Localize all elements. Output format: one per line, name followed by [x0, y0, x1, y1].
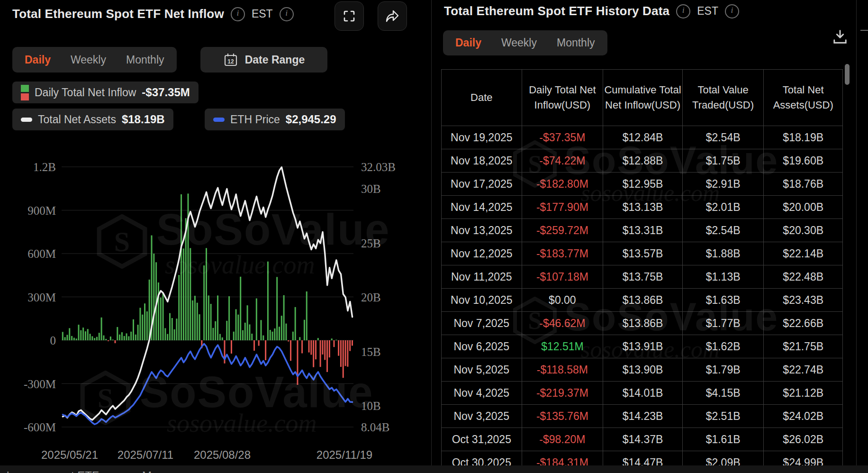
- col-header-net-assets: Total Net Assets(USD): [764, 70, 842, 126]
- cell-date: Nov 10,2025: [442, 289, 522, 311]
- cell-date: Nov 6,2025: [442, 335, 522, 358]
- cell-daily-inflow: -$219.37M: [522, 382, 604, 404]
- svg-text:300M: 300M: [27, 291, 56, 304]
- cell-cumulative-inflow: $13.86B: [603, 312, 683, 335]
- col-header-cumulative-inflow: Cumulative Total Net Inflow(USD): [603, 70, 683, 126]
- footer-fragment: t ETF: [71, 469, 99, 473]
- cell-daily-inflow: -$74.22M: [522, 149, 604, 172]
- cell-daily-inflow: -$135.76M: [522, 405, 604, 428]
- svg-text:2025/07/11: 2025/07/11: [118, 448, 173, 461]
- download-icon: [831, 27, 850, 46]
- timezone-info-icon[interactable]: i: [725, 4, 739, 18]
- table-row[interactable]: Nov 5,2025-$118.58M$13.90B$1.79B$22.74B: [442, 358, 842, 382]
- cell-value-traded: $2.01B: [683, 196, 764, 218]
- tab-monthly[interactable]: Monthly: [557, 36, 595, 49]
- cell-net-assets: $26.02B: [764, 428, 842, 451]
- cell-cumulative-inflow: $13.90B: [603, 358, 683, 381]
- svg-text:2025/08/28: 2025/08/28: [194, 448, 251, 461]
- cell-value-traded: $2.51B: [683, 405, 764, 428]
- table-row[interactable]: Nov 12,2025-$183.77M$13.57B$1.88B$22.14B: [442, 242, 842, 265]
- cell-value-traded: $2.54B: [683, 219, 764, 242]
- cell-daily-inflow: -$182.80M: [522, 173, 604, 195]
- table-row[interactable]: Nov 17,2025-$182.80M$12.95B$2.91B$18.76B: [442, 173, 842, 196]
- table-body: Nov 19,2025-$37.35M$12.84B$2.54B$18.19BN…: [442, 126, 842, 473]
- svg-text:25B: 25B: [361, 237, 381, 250]
- table-row[interactable]: Nov 10,2025$0.00$13.86B$1.63B$23.43B: [442, 289, 842, 312]
- svg-text:900M: 900M: [27, 204, 56, 217]
- footer-fragment: M: [142, 469, 152, 473]
- tab-weekly[interactable]: Weekly: [501, 36, 537, 49]
- cell-cumulative-inflow: $13.91B: [603, 335, 683, 358]
- cell-date: Nov 17,2025: [442, 173, 522, 195]
- col-header-value-traded: Total Value Traded(USD): [683, 70, 764, 126]
- cell-cumulative-inflow: $13.75B: [603, 265, 683, 288]
- svg-text:0: 0: [50, 334, 56, 347]
- cell-date: Nov 14,2025: [442, 196, 522, 218]
- table-row[interactable]: Nov 18,2025-$74.22M$12.88B$1.75B$19.60B: [442, 149, 842, 173]
- cell-cumulative-inflow: $13.13B: [603, 196, 683, 218]
- cell-net-assets: $18.19B: [764, 126, 842, 149]
- cell-date: Nov 11,2025: [442, 265, 522, 288]
- etf-history-data-panel: Total Ethereum Spot ETF History Data i E…: [431, 0, 857, 473]
- cell-cumulative-inflow: $13.57B: [603, 242, 683, 265]
- table-row[interactable]: Nov 13,2025-$259.72M$13.31B$2.54B$20.30B: [442, 219, 842, 242]
- cell-cumulative-inflow: $12.88B: [603, 149, 683, 172]
- svg-text:30B: 30B: [361, 182, 381, 195]
- cell-daily-inflow: -$259.72M: [522, 219, 604, 242]
- table-scrollbar[interactable]: [845, 64, 850, 85]
- col-header-daily-inflow: Daily Total Net Inflow(USD): [522, 70, 604, 126]
- cell-value-traded: $1.61B: [683, 428, 764, 451]
- table-row[interactable]: Nov 4,2025-$219.37M$14.01B$4.15B$21.12B: [442, 382, 842, 405]
- cell-net-assets: $20.00B: [764, 196, 842, 218]
- table-row[interactable]: Nov 3,2025-$135.76M$14.23B$2.51B$24.02B: [442, 405, 842, 428]
- svg-text:600M: 600M: [27, 247, 56, 260]
- cell-cumulative-inflow: $12.84B: [603, 126, 683, 149]
- download-button[interactable]: [831, 27, 850, 48]
- cell-date: Nov 12,2025: [442, 242, 522, 265]
- cell-cumulative-inflow: $14.23B: [603, 405, 683, 428]
- cell-net-assets: $22.66B: [764, 312, 842, 335]
- next-panel-edge: [857, 0, 868, 473]
- cell-value-traded: $1.77B: [683, 312, 764, 335]
- table-row[interactable]: Nov 19,2025-$37.35M$12.84B$2.54B$18.19B: [442, 126, 842, 149]
- cell-net-assets: $20.30B: [764, 219, 842, 242]
- cell-net-assets: $22.74B: [764, 358, 842, 381]
- cell-net-assets: $23.43B: [764, 289, 842, 311]
- cell-date: Nov 7,2025: [442, 312, 522, 335]
- cell-net-assets: $22.48B: [764, 265, 842, 288]
- cell-daily-inflow: $0.00: [522, 289, 604, 311]
- etf-net-inflow-panel: Total Ethereum Spot ETF Net Inflow i EST…: [0, 0, 431, 473]
- table-row[interactable]: Nov 11,2025-$107.18M$13.75B$1.13B$22.48B: [442, 265, 842, 289]
- cell-net-assets: $21.75B: [764, 335, 842, 358]
- svg-text:10B: 10B: [361, 400, 381, 412]
- cell-value-traded: $1.88B: [683, 242, 764, 265]
- table-header-row: Date Daily Total Net Inflow(USD) Cumulat…: [442, 70, 842, 126]
- svg-text:2025/05/21: 2025/05/21: [41, 448, 98, 461]
- table-row[interactable]: Nov 6,2025$12.51M$13.91B$1.62B$21.75B: [442, 335, 842, 358]
- cell-daily-inflow: -$177.90M: [522, 196, 604, 218]
- cell-value-traded: $4.15B: [683, 382, 764, 404]
- cell-value-traded: $1.13B: [683, 265, 764, 288]
- cell-date: Nov 4,2025: [442, 382, 522, 404]
- table-title: Total Ethereum Spot ETF History Data: [444, 4, 669, 18]
- footer-clipped-row: l t ETF M: [0, 465, 868, 473]
- svg-text:15B: 15B: [361, 346, 381, 358]
- cell-date: Oct 31,2025: [442, 428, 522, 451]
- cell-value-traded: $2.91B: [683, 173, 764, 195]
- next-panel-fragment: [860, 30, 868, 31]
- tab-daily[interactable]: Daily: [455, 36, 481, 49]
- right-header: Total Ethereum Spot ETF History Data i E…: [444, 4, 739, 18]
- svg-text:8.04B: 8.04B: [361, 421, 389, 434]
- cell-daily-inflow: -$37.35M: [522, 126, 604, 149]
- svg-text:32.03B: 32.03B: [361, 161, 396, 173]
- table-row[interactable]: Nov 7,2025-$46.62M$13.86B$1.77B$22.66B: [442, 312, 842, 335]
- cell-net-assets: $22.14B: [764, 242, 842, 265]
- table-row[interactable]: Nov 14,2025-$177.90M$13.13B$2.01B$20.00B: [442, 196, 842, 219]
- cell-value-traded: $2.54B: [683, 126, 764, 149]
- etf-net-inflow-chart[interactable]: 1.2B900M600M300M0-300M-600M32.03B30B25B2…: [0, 0, 431, 473]
- cell-cumulative-inflow: $12.95B: [603, 173, 683, 195]
- info-icon[interactable]: i: [676, 4, 690, 18]
- etf-history-table: Date Daily Total Net Inflow(USD) Cumulat…: [441, 69, 843, 473]
- cell-value-traded: $1.75B: [683, 149, 764, 172]
- table-row[interactable]: Oct 31,2025-$98.20M$14.37B$1.61B$26.02B: [442, 428, 842, 451]
